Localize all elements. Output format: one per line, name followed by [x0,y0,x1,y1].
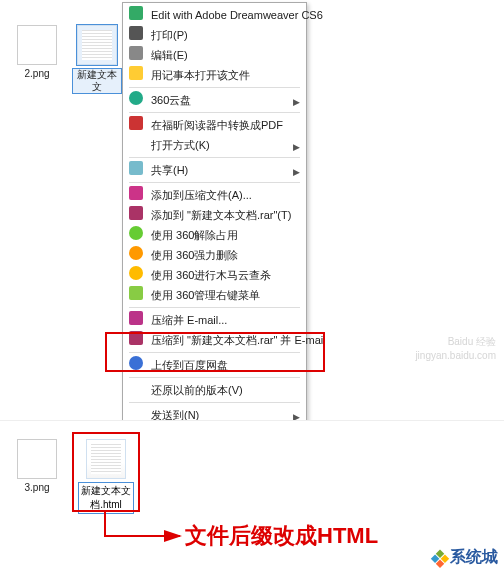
menu-label: 打印(P) [151,29,188,41]
file-thumbnail-txt [86,439,126,479]
menu-label: 共享(H) [151,164,188,176]
menu-separator [129,402,300,403]
file-thumbnail-txt [77,25,117,65]
menu-item-prevver[interactable]: 还原以前的版本(V) [123,380,306,400]
360unlock-icon [129,226,143,240]
rename-line1: 新建文本文 [81,485,131,496]
menu-item-dreamweaver[interactable]: Edit with Adobe Dreamweaver CS6 [123,5,306,25]
watermark-xitong-logo: 系统城 [433,547,498,568]
menu-label: 上传到百度网盘 [151,359,228,371]
menu-separator [129,87,300,88]
watermark-text: 系统城 [450,547,498,568]
watermark-jingyan: jingyan.baidu.com [415,350,496,361]
360trojan-icon [129,266,143,280]
menu-label: 打开方式(K) [151,139,210,151]
menu-label: 使用 360强力删除 [151,249,238,261]
menu-separator [129,307,300,308]
menu-item-addzip[interactable]: 添加到压缩文件(A)... [123,185,306,205]
menu-label: 添加到 "新建文本文档.rar"(T) [151,209,291,221]
submenu-arrow-icon: ▶ [293,139,300,155]
menu-item-360trojan[interactable]: 使用 360进行木马云查杀 [123,265,306,285]
menu-item-360force[interactable]: 使用 360强力删除 [123,245,306,265]
submenu-arrow-icon: ▶ [293,164,300,180]
share-icon [129,161,143,175]
menu-item-share[interactable]: 共享(H)▶ [123,160,306,180]
menu-label: Edit with Adobe Dreamweaver CS6 [151,9,323,21]
pdf-icon [129,116,143,130]
menu-item-edit[interactable]: 编辑(E) [123,45,306,65]
file-thumbnail [17,439,57,479]
360force-icon [129,246,143,260]
file-icon-png1[interactable]: 2.png [12,25,62,80]
rarmail-icon [129,331,143,345]
watermark-baidu: Baidu 经验 [448,335,496,349]
menu-item-pdf[interactable]: 在福昕阅读器中转换成PDF [123,115,306,135]
menu-item-openwith[interactable]: 打开方式(K)▶ [123,135,306,155]
file-label: 新建文本文 [72,68,122,94]
menu-separator [129,157,300,158]
rename-line2: 档.html [90,499,122,510]
menu-label: 还原以前的版本(V) [151,384,243,396]
menu-label: 压缩到 "新建文本文档.rar" 并 E-mail [151,334,326,346]
menu-label: 使用 360进行木马云查杀 [151,269,271,281]
file-label: 2.png [12,68,62,80]
dreamweaver-icon [129,6,143,20]
menu-separator [129,182,300,183]
menu-label: 使用 360管理右键菜单 [151,289,260,301]
menu-label: 使用 360解除占用 [151,229,238,241]
notepad-icon [129,66,143,80]
print-icon [129,26,143,40]
menu-item-compressrarmail[interactable]: 压缩到 "新建文本文档.rar" 并 E-mail [123,330,306,350]
submenu-arrow-icon: ▶ [293,94,300,110]
edit-icon [129,46,143,60]
menu-item-360menu[interactable]: 使用 360管理右键菜单 [123,285,306,305]
file-icon-txt1[interactable]: 新建文本文 [72,25,122,94]
menu-item-notepad[interactable]: 用记事本打开该文件 [123,65,306,85]
menu-separator [129,112,300,113]
zip-icon [129,186,143,200]
file-icon-png2[interactable]: 3.png [12,439,62,494]
menu-label: 压缩并 E-mail... [151,314,227,326]
menu-label: 添加到压缩文件(A)... [151,189,252,201]
menu-label: 用记事本打开该文件 [151,69,250,81]
menu-item-360unlock[interactable]: 使用 360解除占用 [123,225,306,245]
menu-item-baidu[interactable]: 上传到百度网盘 [123,355,306,375]
annotation-text: 文件后缀改成HTML [185,521,378,551]
rar-icon [129,206,143,220]
file-label: 3.png [12,482,62,494]
menu-label: 在福昕阅读器中转换成PDF [151,119,283,131]
menu-item-print[interactable]: 打印(P) [123,25,306,45]
menu-label: 360云盘 [151,94,191,106]
lower-area: 3.png 新建文本文 档.html 文件后缀改成HTML 系统城 [0,420,504,574]
360menu-icon [129,286,143,300]
menu-label: 编辑(E) [151,49,188,61]
menu-item-360cloud[interactable]: 360云盘▶ [123,90,306,110]
menu-separator [129,377,300,378]
360cloud-icon [129,91,143,105]
mail-icon [129,311,143,325]
baidu-icon [129,356,143,370]
rename-input[interactable]: 新建文本文 档.html [78,482,134,514]
menu-item-compressmail[interactable]: 压缩并 E-mail... [123,310,306,330]
file-thumbnail [17,25,57,65]
desktop-area: 2.png 新建文本文 Edit with Adobe Dreamweaver … [0,0,504,410]
menu-separator [129,352,300,353]
menu-item-addrar[interactable]: 添加到 "新建文本文档.rar"(T) [123,205,306,225]
logo-dots-icon [430,548,450,568]
file-icon-html[interactable]: 新建文本文 档.html [78,439,134,514]
